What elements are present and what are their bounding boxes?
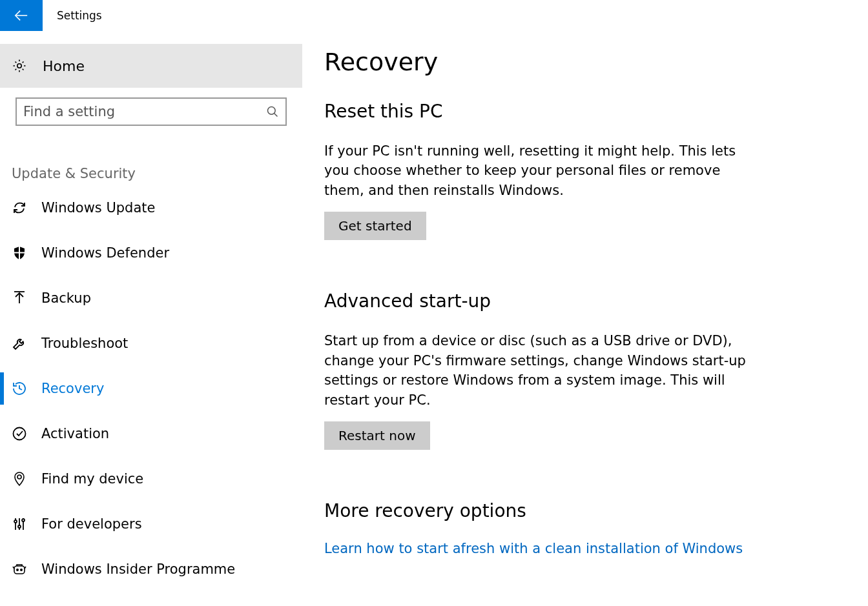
sliders-icon [12, 516, 27, 532]
sidebar-item-label: Activation [41, 426, 109, 441]
svg-point-13 [18, 525, 21, 528]
section-heading: Advanced start-up [324, 290, 754, 312]
sidebar-item-windows-update[interactable]: Windows Update [0, 185, 302, 230]
sidebar-section-title: Update & Security [0, 126, 302, 185]
svg-point-18 [21, 569, 22, 571]
sidebar-item-label: Recovery [41, 381, 104, 396]
sidebar-home[interactable]: Home [0, 44, 302, 88]
svg-point-8 [14, 428, 26, 440]
history-icon [12, 381, 27, 396]
sidebar-item-label: For developers [41, 516, 142, 532]
sidebar-item-label: Backup [41, 290, 91, 306]
window-title: Settings [57, 9, 102, 22]
svg-point-15 [22, 519, 25, 521]
sidebar-item-windows-defender[interactable]: Windows Defender [0, 230, 302, 276]
sidebar-item-label: Troubleshoot [41, 336, 128, 351]
back-arrow-icon [14, 8, 28, 23]
svg-rect-5 [14, 252, 25, 254]
sidebar-item-label: Windows Update [41, 200, 155, 216]
section-more-recovery-options: More recovery options Learn how to start… [324, 500, 754, 556]
wrench-icon [12, 336, 27, 351]
svg-point-9 [17, 475, 21, 479]
check-circle-icon [12, 426, 27, 441]
sidebar-item-insider-programme[interactable]: Windows Insider Programme [0, 547, 302, 592]
sync-icon [12, 200, 27, 216]
back-button[interactable] [0, 0, 43, 31]
learn-fresh-install-link[interactable]: Learn how to start afresh with a clean i… [324, 541, 754, 556]
backup-icon [12, 290, 27, 306]
sidebar-item-troubleshoot[interactable]: Troubleshoot [0, 321, 302, 366]
sidebar-item-find-my-device[interactable]: Find my device [0, 456, 302, 501]
sidebar-item-label: Windows Defender [41, 245, 169, 261]
shield-icon [12, 245, 27, 261]
sidebar-item-activation[interactable]: Activation [0, 411, 302, 456]
svg-point-1 [17, 64, 21, 68]
sidebar-home-label: Home [43, 58, 85, 74]
svg-point-17 [17, 569, 18, 571]
section-heading: Reset this PC [324, 101, 754, 122]
search-input[interactable] [16, 97, 287, 126]
restart-now-button[interactable]: Restart now [324, 421, 430, 450]
section-description: Start up from a device or disc (such as … [324, 331, 754, 410]
page-title: Recovery [324, 48, 754, 76]
sidebar-item-for-developers[interactable]: For developers [0, 501, 302, 547]
sidebar-item-label: Find my device [41, 471, 143, 487]
svg-point-11 [14, 520, 17, 523]
main-content: Recovery Reset this PC If your PC isn't … [302, 31, 793, 592]
sidebar-item-backup[interactable]: Backup [0, 276, 302, 321]
get-started-button[interactable]: Get started [324, 212, 426, 240]
sidebar: Home Update & Security Windows U [0, 31, 302, 592]
location-icon [12, 471, 27, 487]
section-advanced-startup: Advanced start-up Start up from a device… [324, 290, 754, 450]
svg-rect-16 [14, 566, 25, 574]
insider-icon [12, 561, 27, 577]
section-heading: More recovery options [324, 500, 754, 521]
sidebar-item-label: Windows Insider Programme [41, 561, 235, 577]
section-reset-this-pc: Reset this PC If your PC isn't running w… [324, 101, 754, 240]
header: Settings [0, 0, 868, 31]
gear-icon [12, 58, 27, 74]
sidebar-item-recovery[interactable]: Recovery [0, 366, 302, 411]
section-description: If your PC isn't running well, resetting… [324, 141, 754, 200]
